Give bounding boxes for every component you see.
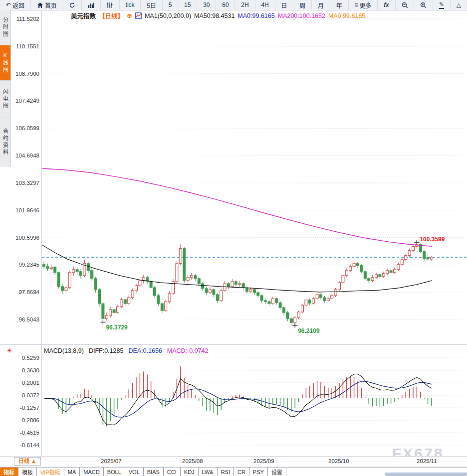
svg-text:-0.1257: -0.1257 [20, 405, 39, 411]
tab-macd[interactable]: MACD [80, 468, 103, 476]
add-indicator-icon[interactable]: ⊕ [127, 12, 132, 19]
zoom-out-button[interactable] [396, 0, 415, 10]
tab-rsi[interactable]: RSI [218, 468, 234, 476]
zoom-out-icon [402, 2, 408, 8]
period-year-button[interactable]: 年 [330, 0, 349, 10]
svg-text:-0.2886: -0.2886 [20, 417, 39, 423]
svg-text:101.9646: 101.9646 [15, 207, 39, 213]
ma200-value: MA200:100.1652 [278, 12, 325, 19]
kline-style-icon[interactable] [135, 12, 142, 19]
y-axis-labels: 111.5202110.1551108.7900107.4249106.0599… [15, 16, 40, 448]
period-60-button[interactable]: 60 [216, 0, 235, 10]
period-selector-button[interactable]: 日线 ▲ [14, 457, 41, 466]
main-price-pane[interactable] [42, 168, 467, 325]
macd-diff-value: DIFF:0.1285 [89, 347, 123, 354]
svg-text:106.0599: 106.0599 [15, 125, 39, 131]
svg-text:0.3630: 0.3630 [22, 367, 39, 373]
svg-text:100.3599: 100.3599 [420, 236, 445, 243]
bar-chart-button[interactable] [82, 0, 101, 10]
more-button[interactable]: ≡更多 [349, 0, 378, 10]
svg-text:103.3297: 103.3297 [15, 180, 39, 186]
grid-lines [42, 19, 466, 445]
period-15-button[interactable]: 15 [178, 0, 197, 10]
ma0-blue-value: MA0:99.6165 [237, 12, 274, 19]
svg-text:-0.4515: -0.4515 [20, 430, 39, 436]
tab-templates[interactable]: 模板 [18, 468, 37, 476]
tab-vip-indicators[interactable]: VIP指标 [37, 468, 64, 476]
tab-settings[interactable]: 设置 [268, 468, 286, 476]
symbol-name: 美元指数 [71, 11, 96, 20]
fx-indicator-button[interactable]: fx [378, 0, 395, 10]
sidebar-item-lightning-chart[interactable]: 闪电图 [0, 81, 11, 118]
pencil-icon: ✎ [439, 1, 444, 9]
period-5-button[interactable]: 5 [163, 0, 178, 10]
svg-text:0.5259: 0.5259 [22, 355, 39, 361]
tab-cci[interactable]: CCI [164, 468, 181, 476]
indicator-settings-icon[interactable]: ☀ [6, 347, 12, 354]
tab-indicators[interactable]: 指标 [0, 468, 18, 476]
svg-text:0.0372: 0.0372 [22, 392, 39, 398]
back-icon: ↶ [6, 1, 11, 8]
ma200-line [42, 168, 432, 246]
period-30-button[interactable]: 30 [197, 0, 216, 10]
svg-text:-0.6144: -0.6144 [20, 442, 40, 448]
tab-kdj[interactable]: KDJ [181, 468, 199, 476]
horizontal-scrollbar-thumb[interactable] [385, 473, 467, 476]
period-day-button[interactable]: 日 [275, 0, 294, 10]
macd-pane[interactable] [44, 366, 432, 427]
axis-date: 2025/10 [328, 458, 349, 464]
tick-period-button[interactable]: tick [120, 0, 141, 10]
tab-psy[interactable]: PSY [249, 468, 268, 476]
tab-lw[interactable]: LW& [199, 468, 218, 476]
tab-boll[interactable]: BOLL [104, 468, 125, 476]
chart-title-row: 美元指数 【日线】 ⊕ MA1(50,0,200,0) MA50:98.4531… [71, 11, 365, 20]
svg-text:97.8694: 97.8694 [18, 289, 39, 295]
candlestick-series [43, 242, 433, 325]
home-icon [37, 2, 43, 8]
tab-ma[interactable]: MA [64, 468, 80, 476]
draw-button[interactable]: ✎ [433, 0, 451, 10]
price-chart-canvas[interactable]: 111.5202110.1551108.7900107.4249106.0599… [0, 0, 467, 476]
period-2h-button[interactable]: 2H [235, 0, 255, 10]
ma50-line [42, 245, 432, 292]
back-button[interactable]: ↶返回 [0, 0, 31, 10]
dea-line [44, 381, 432, 417]
shapes-button[interactable]: △ [451, 0, 467, 10]
ma-settings-label: MA1(50,0,200,0) [145, 12, 191, 19]
bar-chart-icon [88, 2, 94, 8]
menu-icon: ≡ [354, 1, 358, 8]
period-week-button[interactable]: 周 [293, 0, 312, 10]
triangle-icon: △ [457, 1, 461, 8]
svg-text:96.5043: 96.5043 [18, 317, 39, 322]
tab-vol[interactable]: VOL [125, 468, 144, 476]
home-button[interactable]: 首页 [31, 0, 63, 10]
svg-text:96.3729: 96.3729 [106, 324, 128, 331]
svg-text:96.2109: 96.2109 [298, 327, 320, 334]
ma0-orange-value: MA0:99.6165 [328, 12, 365, 19]
sidebar-item-contract-info[interactable]: 合约资料 [0, 118, 11, 166]
svg-text:108.7900: 108.7900 [15, 71, 39, 77]
tab-bias[interactable]: BIAS [144, 468, 164, 476]
period-4h-button[interactable]: 4H [255, 0, 275, 10]
axis-date: 2025/09 [253, 458, 274, 464]
top-toolbar: ↶返回 首页 tick 5日 5 15 30 60 2H 4H 日 周 月 年 … [0, 0, 467, 10]
sidebar-item-kline-chart[interactable]: K线图 [0, 45, 11, 81]
period-5d-button[interactable]: 5日 [141, 0, 162, 10]
macd-params-label: MACD(13,8,9) [44, 347, 84, 354]
ma50-value: MA50:98.4531 [194, 12, 234, 19]
period-month-button[interactable]: 月 [312, 0, 330, 10]
svg-text:0.2001: 0.2001 [22, 380, 39, 386]
zoom-in-icon [420, 2, 427, 8]
svg-text:100.5996: 100.5996 [15, 235, 39, 241]
tab-cr[interactable]: CR [234, 468, 249, 476]
svg-text:107.4249: 107.4249 [15, 98, 39, 104]
axis-date: 2025/07 [101, 458, 122, 464]
sidebar-item-time-chart[interactable]: 分时图 [0, 10, 11, 45]
refresh-icon [69, 2, 75, 8]
axis-date: 2025/08 [182, 458, 203, 464]
macd-header: MACD(13,8,9) DIFF:0.1285 DEA:0.1656 MACD… [44, 347, 208, 354]
sliders-button[interactable] [101, 0, 120, 10]
macd-dea-value: DEA:0.1656 [128, 347, 162, 354]
zoom-in-button[interactable] [414, 0, 433, 10]
refresh-button[interactable] [63, 0, 82, 10]
